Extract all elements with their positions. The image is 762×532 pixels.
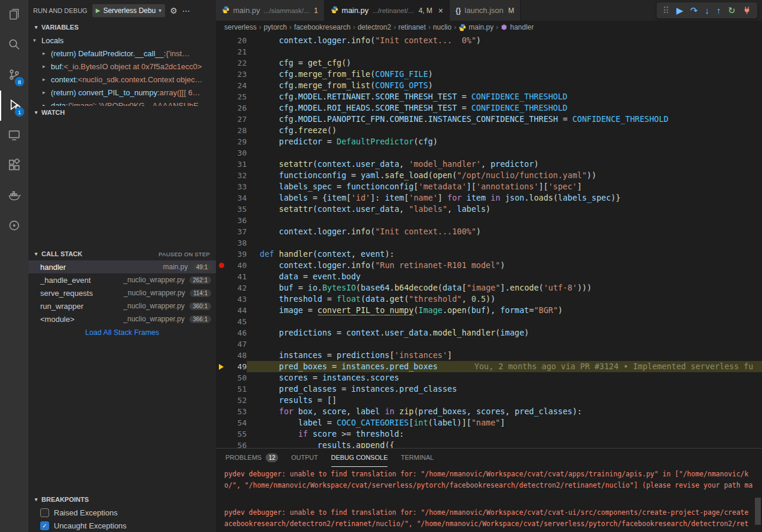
checkbox-checked-icon[interactable]: ✓ — [40, 521, 49, 530]
gutter-breakpoint-margin[interactable] — [216, 159, 227, 170]
code-line[interactable]: 55 if score >= threshold: — [216, 428, 762, 440]
checkbox-icon[interactable] — [40, 508, 49, 517]
gutter-breakpoint-margin[interactable] — [216, 395, 227, 406]
gutter-breakpoint-margin[interactable] — [216, 350, 227, 361]
gear-icon[interactable]: ⚙ — [170, 6, 177, 15]
step-over-button[interactable]: ↷ — [690, 5, 698, 16]
activity-explorer[interactable] — [0, 0, 28, 30]
gutter-breakpoint-margin[interactable] — [216, 35, 227, 46]
gutter-breakpoint-margin[interactable] — [216, 338, 227, 350]
stack-frame[interactable]: _handle_event_nuclio_wrapper.py262:1 — [28, 273, 216, 286]
gutter-breakpoint-margin[interactable] — [216, 114, 227, 125]
code-line[interactable]: 48 instances = predictions['instances'] — [216, 350, 762, 361]
editor-tab[interactable]: {}launch.jsonM — [450, 0, 521, 21]
call-stack-section-header[interactable]: ▾ CALL STACK PAUSED ON STEP — [28, 247, 216, 260]
breadcrumb-item[interactable]: detectron2 — [357, 23, 391, 31]
breadcrumb-item[interactable]: pytorch — [264, 23, 287, 31]
code-line[interactable]: 51 pred_classes = instances.pred_classes — [216, 383, 762, 395]
gutter-breakpoint-margin[interactable] — [216, 361, 227, 372]
gutter-breakpoint-margin[interactable] — [216, 260, 227, 271]
breadcrumb-item[interactable]: handler — [501, 23, 534, 31]
activity-test-explorer[interactable] — [0, 211, 28, 241]
gutter-breakpoint-margin[interactable] — [216, 327, 227, 338]
gutter-breakpoint-margin[interactable] — [216, 237, 227, 249]
gutter-breakpoint-margin[interactable] — [216, 91, 227, 102]
code-line[interactable]: 31 setattr(context.user_data, 'model_han… — [216, 159, 762, 170]
variable-row[interactable]: ▸context: <nuclio_sdk.context.Context ob… — [28, 73, 216, 86]
console-line[interactable]: pydev debugger: unable to find translati… — [224, 507, 754, 518]
variable-row[interactable]: ▸(return) DefaultPredictor.__call__: {'i… — [28, 47, 216, 60]
disconnect-button[interactable] — [742, 6, 751, 15]
code-line[interactable]: 38 — [216, 237, 762, 249]
code-line[interactable]: 50 scores = instances.scores — [216, 372, 762, 383]
gutter-breakpoint-margin[interactable] — [216, 305, 227, 316]
gutter-breakpoint-margin[interactable] — [216, 80, 227, 91]
editor-tab[interactable]: main.py.../retinanet/...4, M× — [325, 0, 450, 21]
continue-button[interactable]: ▶ — [676, 5, 683, 16]
gutter-breakpoint-margin[interactable] — [216, 136, 227, 147]
gutter-breakpoint-margin[interactable] — [216, 226, 227, 237]
code-line[interactable]: 41 data = event.body — [216, 271, 762, 282]
activity-search[interactable] — [0, 30, 28, 60]
variable-row[interactable]: ▸data: {'image': 'iVBORw0KG…AAAANSUhE… — [28, 99, 216, 106]
activity-docker[interactable] — [0, 181, 28, 211]
gutter-breakpoint-margin[interactable] — [216, 170, 227, 181]
stack-frame[interactable]: <module>_nuclio_wrapper.py366:1 — [28, 312, 216, 325]
console-line[interactable]: o/", "/home/nmanovic/Workspace/cvat/serv… — [224, 480, 754, 491]
gutter-breakpoint-margin[interactable] — [216, 383, 227, 395]
code-line[interactable]: 33 labels_spec = functionconfig['metadat… — [216, 181, 762, 192]
activity-remote-explorer[interactable] — [0, 121, 28, 151]
code-line[interactable]: 26 cfg.MODEL.ROI_HEADS.SCORE_THRESH_TEST… — [216, 102, 762, 114]
code-line[interactable]: 37 context.logger.info("Init context...1… — [216, 226, 762, 237]
gutter-breakpoint-margin[interactable] — [216, 192, 227, 204]
watch-section-header[interactable]: ▾ WATCH — [28, 106, 216, 119]
step-into-button[interactable]: ↓ — [705, 5, 709, 15]
load-all-stack-frames-link[interactable]: Load All Stack Frames — [28, 325, 216, 340]
stack-frame[interactable]: handlermain.py49:1 — [28, 260, 216, 273]
gutter-breakpoint-margin[interactable] — [216, 249, 227, 260]
code-line[interactable]: 24 cfg.merge_from_list(CONFIG_OPTS) — [216, 80, 762, 91]
close-icon[interactable]: × — [438, 6, 443, 15]
breadcrumb-item[interactable]: facebookresearch — [294, 23, 350, 31]
panel-tab-problems[interactable]: PROBLEMS12 — [225, 449, 278, 467]
gutter-breakpoint-margin[interactable] — [216, 428, 227, 440]
code-line[interactable]: 25 cfg.MODEL.RETINANET.SCORE_THRESH_TEST… — [216, 91, 762, 102]
gutter-breakpoint-margin[interactable] — [216, 215, 227, 226]
gutter-breakpoint-margin[interactable] — [216, 440, 227, 448]
code-line[interactable]: 29 predictor = DefaultPredictor(cfg) — [216, 136, 762, 147]
gutter-breakpoint-margin[interactable] — [216, 316, 227, 327]
gutter-breakpoint-margin[interactable] — [216, 294, 227, 305]
gutter-breakpoint-margin[interactable] — [216, 57, 227, 69]
editor-tab[interactable]: main.py.../siammask/...1 — [216, 0, 325, 21]
code-line[interactable]: 47 — [216, 338, 762, 350]
code-line[interactable]: 28 cfg.freeze() — [216, 125, 762, 136]
code-line[interactable]: 42 buf = io.BytesIO(base64.b64decode(dat… — [216, 282, 762, 294]
debug-config-dropdown[interactable]: ▶ Serverless Debu ▾ — [92, 4, 165, 17]
gutter-breakpoint-margin[interactable] — [216, 406, 227, 417]
breakpoint-item[interactable]: ✓Uncaught Exceptions — [28, 519, 216, 532]
gutter-breakpoint-margin[interactable] — [216, 417, 227, 428]
code-line[interactable]: 27 cfg.MODEL.PANOPTIC_FPN.COMBINE.INSTAN… — [216, 114, 762, 125]
code-line[interactable]: 23 cfg.merge_from_file(CONFIG_FILE) — [216, 69, 762, 80]
activity-run-and-debug[interactable]: 1 — [0, 91, 28, 121]
code-line[interactable]: 43 threshold = float(data.get("threshold… — [216, 294, 762, 305]
code-line[interactable]: 44 image = convert_PIL_to_numpy(Image.op… — [216, 305, 762, 316]
activity-extensions[interactable] — [0, 151, 28, 181]
stack-frame[interactable]: serve_requests_nuclio_wrapper.py114:1 — [28, 286, 216, 299]
gutter-breakpoint-margin[interactable] — [216, 204, 227, 215]
code-line[interactable]: 21 — [216, 46, 762, 57]
variable-row[interactable]: ▸(return) convert_PIL_to_numpy: array([[… — [28, 86, 216, 99]
console-line[interactable]: pydev debugger: unable to find translati… — [224, 469, 754, 480]
restart-button[interactable]: ↻ — [728, 5, 735, 16]
code-line[interactable]: 22 cfg = get_cfg() — [216, 57, 762, 69]
code-line[interactable]: 46 predictions = context.user_data.model… — [216, 327, 762, 338]
code-line[interactable]: 20 context.logger.info("Init context... … — [216, 35, 762, 46]
code-editor[interactable]: 20 context.logger.info("Init context... … — [216, 34, 762, 448]
gutter-breakpoint-margin[interactable] — [216, 147, 227, 159]
debug-console-output[interactable]: pydev debugger: unable to find translati… — [216, 467, 762, 532]
stack-frame[interactable]: run_wrapper_nuclio_wrapper.py360:1 — [28, 299, 216, 312]
code-line[interactable]: 40 context.logger.info("Run retinanet-R1… — [216, 260, 762, 271]
code-line[interactable]: 45 — [216, 316, 762, 327]
scope-locals[interactable]: ▾ Locals — [28, 34, 216, 47]
step-out-button[interactable]: ↑ — [716, 5, 721, 15]
